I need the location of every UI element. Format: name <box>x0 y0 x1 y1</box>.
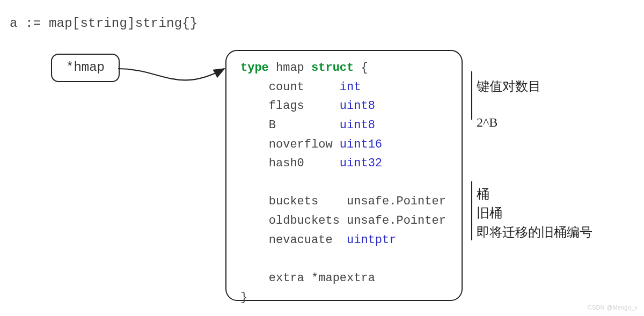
field-flags-name: flags <box>269 99 304 113</box>
field-count-name: count <box>269 80 304 94</box>
hmap-struct-code: type hmap struct { count int flags uint8… <box>226 58 462 307</box>
annotation-buckets: 桶 <box>477 186 489 203</box>
brace-close: } <box>240 291 247 304</box>
map-declaration: a := map[string]string{} <box>10 16 197 31</box>
field-noverflow-type: uint16 <box>340 138 382 151</box>
field-B-type: uint8 <box>340 119 375 132</box>
struct-name: hmap <box>276 61 304 75</box>
field-buckets-name: buckets <box>269 195 318 208</box>
type-keyword: type <box>240 61 269 75</box>
annotation-bar-1 <box>471 71 472 120</box>
field-B-name: B <box>269 119 276 132</box>
field-flags-type: uint8 <box>340 99 375 113</box>
field-nevacuate-name: nevacuate <box>269 233 333 247</box>
field-hash0-type: uint32 <box>340 157 382 170</box>
annotation-nevacuate: 即将迁移的旧桶编号 <box>477 224 592 241</box>
field-buckets-type: unsafe.Pointer <box>347 195 446 208</box>
annotation-B: 2^B <box>477 115 497 130</box>
field-count-type: int <box>340 80 361 94</box>
struct-keyword: struct <box>311 61 354 75</box>
field-noverflow-name: noverflow <box>269 138 333 151</box>
field-oldbuckets-name: oldbuckets <box>269 214 340 227</box>
field-nevacuate-type: uintptr <box>347 233 396 247</box>
hmap-struct-box: type hmap struct { count int flags uint8… <box>225 50 463 301</box>
annotation-oldbuckets: 旧桶 <box>477 204 502 222</box>
watermark: CSDN @Mengo_x <box>588 304 638 311</box>
field-oldbuckets-type: unsafe.Pointer <box>347 214 446 227</box>
field-extra-type: *mapextra <box>311 271 375 285</box>
annotation-bar-2 <box>471 181 472 240</box>
hmap-pointer-label: *hmap <box>66 60 105 75</box>
field-extra-name: extra <box>269 271 304 285</box>
hmap-pointer-box: *hmap <box>51 54 120 82</box>
field-hash0-name: hash0 <box>269 157 304 170</box>
brace-open: { <box>361 61 368 75</box>
annotation-count: 键值对数目 <box>477 78 541 95</box>
